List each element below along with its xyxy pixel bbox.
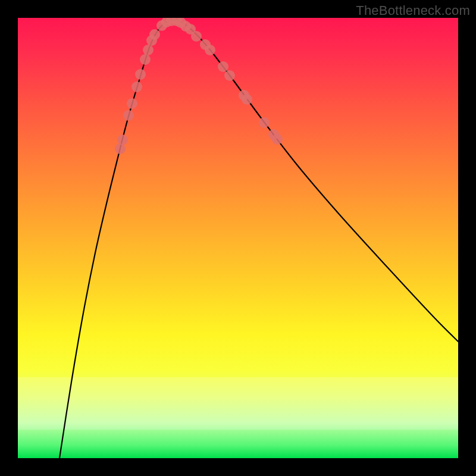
curve-marker [259,117,270,128]
curve-marker [117,134,128,145]
bottleneck-curve [60,20,458,458]
watermark-text: TheBottleneck.com [356,3,470,18]
curve-marker [127,98,137,109]
curve-marker [131,82,142,92]
curve-marker [135,69,146,80]
curve-marker [149,29,160,40]
curve-marker [205,45,215,55]
curve-marker [143,45,154,55]
curve-markers [115,18,283,154]
curve-marker [242,94,252,105]
curve-marker [224,70,235,81]
chart-overlay [18,18,458,458]
curve-marker [218,61,228,72]
curve-marker [140,54,151,65]
curve-marker [123,110,134,121]
chart-frame: TheBottleneck.com [0,0,476,476]
curve-marker [272,134,283,145]
curve-marker [191,31,202,42]
